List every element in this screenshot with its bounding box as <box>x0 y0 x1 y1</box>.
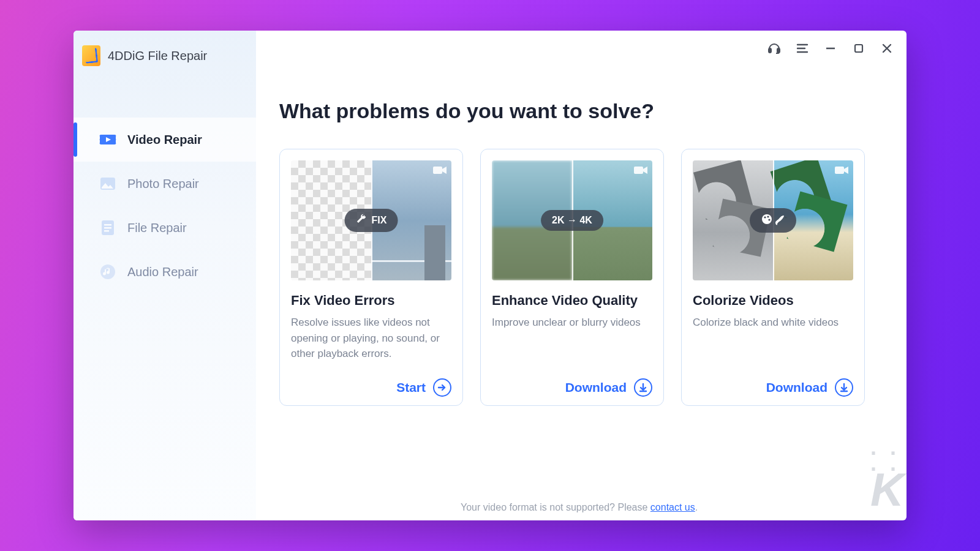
action-label: Download <box>565 380 627 395</box>
app-logo-icon <box>82 45 100 66</box>
card-fix-video-errors[interactable]: FIX Fix Video Errors Resolve issues like… <box>279 149 463 406</box>
sidebar-item-label: File Repair <box>127 221 187 235</box>
svg-rect-10 <box>104 227 111 229</box>
svg-rect-9 <box>104 224 111 226</box>
close-icon[interactable] <box>878 40 895 57</box>
photo-icon <box>99 176 116 191</box>
sidebar-item-video-repair[interactable]: Video Repair <box>74 118 256 162</box>
badge-text: 2K → 4K <box>552 215 592 226</box>
svg-rect-14 <box>777 48 780 53</box>
content: What problems do you want to solve? <box>256 66 907 520</box>
card-description: Colorize black and white videos <box>693 315 853 331</box>
camera-icon <box>433 165 447 178</box>
file-icon <box>99 220 116 235</box>
video-icon <box>99 132 116 147</box>
camera-icon <box>634 165 647 178</box>
svg-rect-19 <box>855 45 862 52</box>
thumb-badge: 2K → 4K <box>541 210 603 231</box>
download-icon <box>634 378 652 397</box>
svg-point-28 <box>762 214 772 224</box>
menu-icon[interactable] <box>794 40 811 57</box>
maximize-icon[interactable] <box>850 40 867 57</box>
svg-rect-24 <box>634 167 643 174</box>
page-title: What problems do you want to solve? <box>279 99 883 123</box>
card-thumbnail <box>693 160 853 280</box>
card-thumbnail: FIX <box>291 160 451 280</box>
watermark: ∙ ∙∙ ∙ K <box>870 446 902 506</box>
wrench-icon <box>356 214 367 227</box>
action-label: Download <box>766 380 827 395</box>
card-title: Enhance Video Quality <box>492 293 652 309</box>
titlebar <box>256 31 907 66</box>
footer-note: Your video format is not supported? Plea… <box>461 502 698 513</box>
download-button[interactable]: Download <box>693 369 853 397</box>
sidebar-item-audio-repair[interactable]: Audio Repair <box>74 250 256 294</box>
card-enhance-video-quality[interactable]: 2K → 4K Enhance Video Quality Improve un… <box>480 149 664 406</box>
arrow-right-icon <box>433 378 451 397</box>
camera-icon <box>835 165 848 178</box>
contact-us-link[interactable]: contact us <box>650 502 695 512</box>
sidebar-item-photo-repair[interactable]: Photo Repair <box>74 162 256 206</box>
svg-point-30 <box>767 216 769 217</box>
start-button[interactable]: Start <box>291 369 451 397</box>
sidebar-nav: Video Repair Photo Repair File Repair Au… <box>74 118 256 294</box>
footer-text: Your video format is not supported? Plea… <box>461 502 650 512</box>
card-description: Resolve issues like videos not opening o… <box>291 315 451 362</box>
download-button[interactable]: Download <box>492 369 652 397</box>
svg-point-29 <box>764 216 766 218</box>
card-description: Improve unclear or blurry videos <box>492 315 652 331</box>
app-window: 4DDiG File Repair Video Repair Photo Rep… <box>74 31 907 520</box>
svg-rect-27 <box>835 167 844 174</box>
sidebar-item-label: Audio Repair <box>127 265 198 279</box>
audio-icon <box>99 264 116 279</box>
brand: 4DDiG File Repair <box>74 31 256 81</box>
sidebar-item-label: Video Repair <box>127 133 202 147</box>
sidebar-item-label: Photo Repair <box>127 177 199 191</box>
card-row: FIX Fix Video Errors Resolve issues like… <box>279 149 883 406</box>
sidebar-item-file-repair[interactable]: File Repair <box>74 206 256 250</box>
svg-point-31 <box>768 219 770 220</box>
svg-rect-13 <box>769 48 771 53</box>
footer-suffix: . <box>695 502 698 512</box>
svg-point-1 <box>100 135 102 137</box>
download-icon <box>835 378 853 397</box>
svg-point-2 <box>100 139 102 141</box>
headset-icon[interactable] <box>766 40 783 57</box>
main-area: What problems do you want to solve? <box>256 31 907 520</box>
card-title: Colorize Videos <box>693 293 853 309</box>
action-label: Start <box>396 380 426 395</box>
badge-text: FIX <box>372 215 387 226</box>
svg-point-3 <box>100 143 102 144</box>
card-thumbnail: 2K → 4K <box>492 160 652 280</box>
svg-point-5 <box>115 139 116 141</box>
svg-point-4 <box>115 135 116 137</box>
card-title: Fix Video Errors <box>291 293 451 309</box>
app-name: 4DDiG File Repair <box>108 49 207 63</box>
card-colorize-videos[interactable]: Colorize Videos Colorize black and white… <box>681 149 865 406</box>
svg-point-6 <box>115 143 116 144</box>
svg-rect-22 <box>433 167 442 174</box>
thumb-badge <box>750 208 796 233</box>
thumb-badge: FIX <box>345 209 398 232</box>
sidebar: 4DDiG File Repair Video Repair Photo Rep… <box>74 31 256 520</box>
palette-brush-icon <box>761 213 785 228</box>
svg-rect-11 <box>104 230 109 232</box>
minimize-icon[interactable] <box>822 40 839 57</box>
